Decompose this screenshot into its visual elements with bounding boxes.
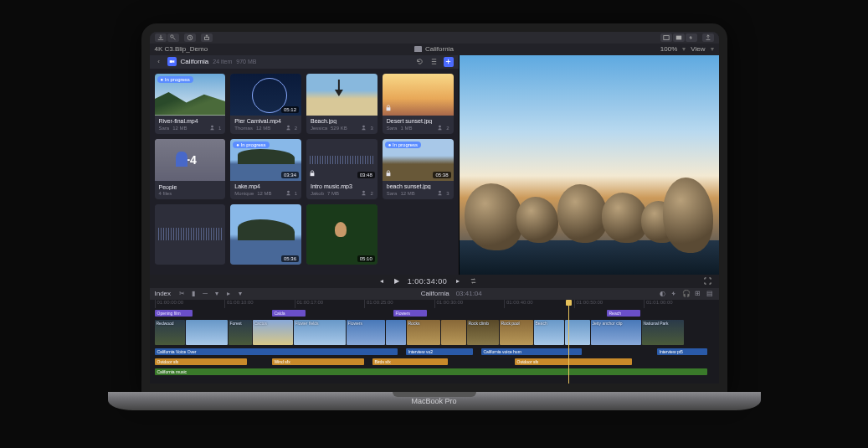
skimming-button[interactable]: ◐ — [659, 290, 667, 298]
media-name: Intro music.mp3 — [311, 183, 373, 189]
video-clip[interactable]: Rocks — [407, 320, 440, 345]
media-card[interactable] — [155, 204, 226, 265]
video-clip[interactable]: Rock pool — [500, 320, 533, 345]
video-editor-app: 4K C3.Blip_Demo California 100% ▾ View ▾ — [150, 32, 719, 384]
import-segment — [155, 33, 179, 42]
audio-track-1[interactable]: California Voice OverInterview vo2Califo… — [155, 348, 714, 355]
insert-button[interactable]: ▾ — [213, 290, 221, 298]
browser-title: California — [181, 58, 209, 65]
video-clip[interactable]: Forest — [229, 320, 252, 345]
import-button[interactable] — [155, 33, 167, 42]
time-ruler[interactable]: 01:00:00:0001:00:10:0001:00:17:0001:00:2… — [155, 300, 714, 308]
audio-clip[interactable]: Birds sfx — [372, 358, 448, 365]
svg-point-0 — [170, 34, 172, 37]
color-inspector-button[interactable] — [660, 33, 672, 42]
solo-button[interactable]: 🎧 — [682, 290, 691, 298]
video-clip[interactable] — [386, 320, 406, 345]
audio-track-2[interactable]: Outdoor sfxWind sfxBirds sfxOutdoor sfx — [155, 358, 714, 365]
ruler-tick: 01:00:25:00 — [364, 300, 434, 308]
thumbnail: 05:12 — [230, 74, 301, 116]
media-card[interactable]: ● In progress00:38River-final.mp4Sara12 … — [155, 74, 226, 134]
svg-rect-12 — [311, 173, 315, 176]
keyword-button[interactable] — [167, 33, 179, 42]
video-clip[interactable]: Flowers — [347, 320, 385, 345]
chapter-marker[interactable]: Opening film — [155, 310, 193, 317]
media-name: Pier Carnival.mp4 — [234, 118, 297, 124]
prev-edit-button[interactable]: ◂ — [378, 277, 386, 286]
chapter-marker[interactable]: Reach — [607, 310, 640, 317]
viewer[interactable] — [460, 55, 719, 275]
media-card[interactable]: Beach.jpgJessica529 KB3 — [306, 74, 378, 134]
audio-clip[interactable]: California music — [155, 368, 707, 375]
full-screen-button[interactable] — [704, 277, 712, 286]
chapter-marker[interactable]: Flowers — [393, 310, 427, 317]
video-inspector-button[interactable] — [673, 33, 685, 42]
audio-skim-button[interactable] — [670, 290, 679, 298]
share-export-button[interactable] — [702, 33, 714, 42]
audio-clip[interactable]: Outdoor sfx — [155, 358, 247, 365]
loop-button[interactable] — [469, 277, 477, 286]
clip-appearance-button[interactable]: ▤ — [706, 290, 714, 298]
media-card[interactable]: 05:12Pier Carnival.mp4Thomas12 MB2 — [230, 74, 301, 134]
timeline-duration: 03:41:04 — [456, 290, 482, 297]
media-card[interactable]: +4People4 files — [155, 139, 226, 199]
video-clip[interactable]: Beach — [534, 320, 564, 345]
media-card[interactable]: ● In progress05:38beach sunset.jpgSara12… — [383, 139, 454, 199]
people-icon — [285, 190, 291, 196]
media-card[interactable]: 05:36 — [230, 204, 301, 265]
video-clip[interactable]: Flower fields — [294, 320, 346, 345]
connect-button[interactable]: ─ — [201, 290, 209, 298]
next-edit-button[interactable]: ▸ — [454, 277, 462, 286]
sub-toolbar: 4K C3.Blip_Demo California 100% ▾ View ▾ — [150, 44, 719, 55]
duration-label: 05:36 — [281, 255, 299, 262]
svg-point-8 — [363, 126, 366, 128]
media-card[interactable]: Desert sunset.jpgSara1 MB2 — [383, 74, 454, 134]
timeline[interactable]: 01:00:00:0001:00:10:0001:00:17:0001:00:2… — [150, 300, 719, 384]
tools-menu[interactable]: ▾ — [236, 290, 244, 298]
audio-inspector-button[interactable] — [686, 33, 697, 42]
audio-clip[interactable]: California Voice Over — [155, 348, 398, 355]
media-card[interactable]: 05:10 — [306, 204, 378, 265]
clip-label: Rock climb — [469, 321, 489, 326]
add-button[interactable] — [444, 57, 454, 67]
svg-point-10 — [439, 126, 441, 128]
thumbnail: 05:10 — [306, 204, 378, 265]
back-button[interactable]: ‹ — [155, 58, 163, 66]
audio-clip[interactable]: California voice hum — [481, 348, 582, 355]
audio-clip[interactable]: Wind sfx — [272, 358, 364, 365]
video-clip[interactable] — [441, 320, 466, 345]
refresh-button[interactable] — [415, 57, 425, 67]
audio-track-3[interactable]: California music — [155, 368, 714, 375]
video-clip[interactable]: Cactus — [253, 320, 293, 345]
media-card[interactable]: ● In progress03:34Lake.mp4Monique12 MB1 — [230, 139, 301, 199]
video-clip[interactable] — [186, 320, 228, 345]
play-button[interactable]: ▶ — [393, 277, 401, 286]
view-menu[interactable]: View — [691, 45, 705, 53]
video-clip[interactable]: National Park — [642, 320, 684, 345]
video-clip[interactable]: Jetty anchor clip — [591, 320, 641, 345]
list-view-button[interactable] — [429, 57, 439, 67]
video-clip[interactable]: Redwood — [155, 320, 185, 345]
share-button[interactable] — [201, 33, 213, 42]
lock-icon — [385, 105, 392, 113]
media-card[interactable]: 03:48Intro music.mp3Jakob7 MB2 — [306, 139, 378, 199]
trim-tool-button[interactable]: ✂ — [177, 290, 186, 298]
zoom-level[interactable]: 100% — [660, 45, 677, 53]
clip-label: Jetty anchor clip — [593, 321, 623, 326]
ruler-tick: 01:01:00:00 — [644, 300, 714, 308]
audio-clip[interactable]: Interview vo2 — [406, 348, 473, 355]
video-track[interactable]: RedwoodForestCactusFlower fieldsFlowersR… — [155, 320, 714, 345]
append-button[interactable]: ▸ — [224, 290, 233, 298]
audio-clip[interactable]: Interview pt5 — [657, 348, 707, 355]
playhead[interactable] — [568, 300, 569, 384]
library-tab-label[interactable]: California — [425, 45, 454, 53]
bg-task-button[interactable] — [184, 33, 196, 42]
audio-clip[interactable]: Outdoor sfx — [515, 358, 632, 365]
ruler-tick: 01:00:17:00 — [295, 300, 365, 308]
svg-point-7 — [287, 126, 290, 128]
snapping-button[interactable]: ⊞ — [694, 290, 702, 298]
index-button[interactable]: Index — [155, 290, 172, 297]
blade-tool-button[interactable]: ▮ — [189, 290, 198, 298]
video-clip[interactable]: Rock climb — [467, 320, 499, 345]
chapter-marker[interactable]: Calda — [272, 310, 306, 317]
